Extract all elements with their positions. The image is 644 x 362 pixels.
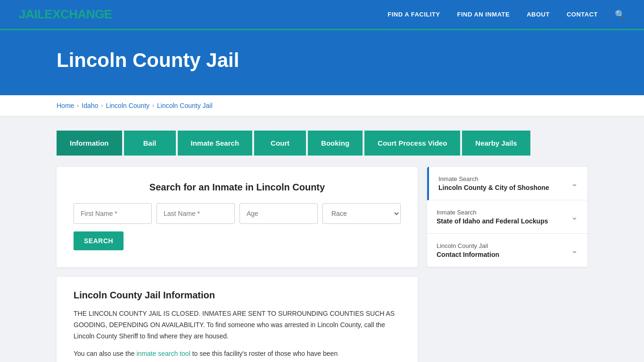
breadcrumb-bar: Home › Idaho › Lincoln County › Lincoln … [0,95,644,116]
tab-booking[interactable]: Booking [308,131,363,156]
hero-section: Lincoln County Jail [0,30,644,95]
last-name-input[interactable] [157,203,235,224]
about-link[interactable]: ABOUT [527,11,550,18]
page-content: Information Bail Inmate Search Court Boo… [0,116,644,362]
chevron-down-icon-2: ⌄ [571,212,578,222]
page-title: Lincoln County Jail [57,49,587,72]
sidebar-item-idaho-inmate-search[interactable]: Inmate Search State of Idaho and Federal… [427,200,587,234]
info-box: Lincoln County Jail Information THE LINC… [57,277,418,362]
find-inmate-link[interactable]: FIND AN INMATE [457,11,510,18]
info-paragraph-2-end: to see this facility's roster of those w… [190,350,338,357]
sidebar-item-idaho-subtitle: Inmate Search [437,209,548,216]
race-select[interactable]: Race White Black Hispanic Asian Native A… [322,203,401,224]
age-input[interactable] [239,203,318,224]
info-paragraph-1: THE LINCOLN COUNTY JAIL IS CLOSED. INMAT… [74,308,401,342]
navbar: JAILEXCHANGE FIND A FACILITY FIND AN INM… [0,0,644,30]
search-title: Search for an Inmate in Lincoln County [74,182,401,193]
sidebar-item-contact-info[interactable]: Lincoln County Jail Contact Information … [427,234,587,267]
contact-link[interactable]: CONTACT [567,11,598,18]
sidebar-item-contact-text: Lincoln County Jail Contact Information [437,242,499,258]
tab-inmate-search[interactable]: Inmate Search [178,131,253,156]
tab-court[interactable]: Court [254,131,306,156]
tab-bail[interactable]: Bail [124,131,176,156]
breadcrumb-home[interactable]: Home [57,102,74,109]
search-icon[interactable]: 🔍 [615,9,625,20]
tab-information[interactable]: Information [57,131,122,156]
logo[interactable]: JAILEXCHANGE [19,7,112,22]
sidebar-item-lincoln-inmate-search[interactable]: Inmate Search Lincoln County & City of S… [427,167,587,200]
chevron-down-icon-3: ⌄ [571,245,578,255]
inmate-search-tool-link[interactable]: inmate search tool [136,350,190,357]
logo-exchange-highlight: EXCHANGE [44,7,112,21]
chevron-down-icon-1: ⌄ [571,178,578,189]
breadcrumb-lincoln-county[interactable]: Lincoln County [106,102,149,109]
search-button[interactable]: SEARCH [74,231,124,250]
sidebar-item-lincoln-subtitle: Inmate Search [438,175,549,182]
breadcrumb-sep-3: › [152,102,154,109]
nav-links: FIND A FACILITY FIND AN INMATE ABOUT CON… [388,9,625,20]
sidebar-item-idaho-text: Inmate Search State of Idaho and Federal… [437,209,548,225]
breadcrumb: Home › Idaho › Lincoln County › Lincoln … [57,102,587,109]
breadcrumb-idaho[interactable]: Idaho [82,102,98,109]
first-name-input[interactable] [74,203,152,224]
find-facility-link[interactable]: FIND A FACILITY [388,11,440,18]
search-fields: Race White Black Hispanic Asian Native A… [74,203,401,224]
breadcrumb-lincoln-county-jail[interactable]: Lincoln County Jail [157,102,213,109]
sidebar-item-lincoln-title: Lincoln County & City of Shoshone [438,184,549,191]
tab-nearby-jails[interactable]: Nearby Jails [462,131,530,156]
logo-jail: JAIL [19,7,44,21]
sidebar: Inmate Search Lincoln County & City of S… [427,167,587,267]
content-row: Search for an Inmate in Lincoln County R… [57,167,587,362]
tab-court-process-video[interactable]: Court Process Video [364,131,460,156]
tab-bar: Information Bail Inmate Search Court Boo… [57,131,587,156]
info-paragraph-2: You can also use the inmate search tool … [74,348,401,360]
search-box: Search for an Inmate in Lincoln County R… [57,167,418,267]
main-panel: Search for an Inmate in Lincoln County R… [57,167,418,362]
info-paragraph-2-text: You can also use the [74,350,136,357]
info-title: Lincoln County Jail Information [74,290,401,301]
sidebar-item-contact-title: Contact Information [437,251,499,258]
breadcrumb-sep-1: › [77,102,79,109]
sidebar-card: Inmate Search Lincoln County & City of S… [427,167,587,267]
breadcrumb-sep-2: › [101,102,103,109]
sidebar-item-idaho-title: State of Idaho and Federal Lockups [437,217,548,225]
sidebar-item-contact-subtitle: Lincoln County Jail [437,242,499,249]
sidebar-item-lincoln-text: Inmate Search Lincoln County & City of S… [438,175,549,191]
